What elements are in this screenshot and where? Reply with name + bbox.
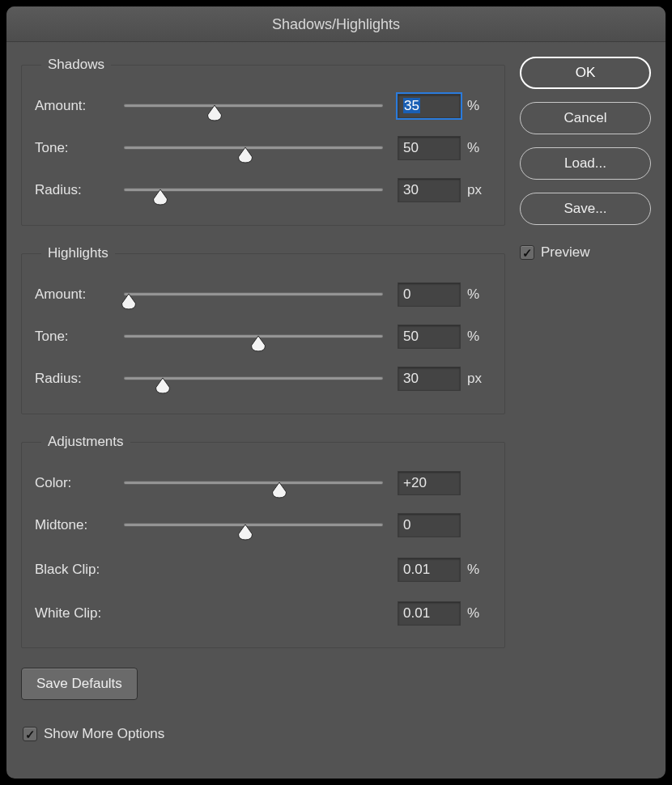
shadows-tone-input[interactable]: 50 bbox=[398, 136, 461, 160]
shadows-amount-label: Amount: bbox=[35, 98, 117, 114]
adjust-midtone-slider[interactable] bbox=[124, 521, 383, 542]
preview-row[interactable]: Preview bbox=[520, 244, 651, 261]
highlights-radius-row: Radius: 30 px bbox=[35, 362, 491, 396]
slider-track bbox=[124, 376, 383, 380]
shadows-amount-row: Amount: 35 % bbox=[35, 89, 491, 123]
adjust-midtone-row: Midtone: 0 bbox=[35, 508, 491, 542]
highlights-amount-label: Amount: bbox=[35, 286, 117, 303]
highlights-radius-input[interactable]: 30 bbox=[398, 367, 461, 391]
highlights-legend: Highlights bbox=[41, 245, 115, 261]
shadows-highlights-dialog: Shadows/Highlights Shadows Amount: 35 % bbox=[6, 6, 666, 779]
white-clip-label: White Clip: bbox=[35, 605, 181, 622]
shadows-amount-slider[interactable] bbox=[124, 102, 383, 123]
adjust-color-row: Color: +20 bbox=[35, 466, 491, 500]
highlights-amount-slider[interactable] bbox=[124, 291, 383, 312]
black-clip-label: Black Clip: bbox=[35, 562, 181, 578]
shadows-tone-label: Tone: bbox=[35, 140, 117, 156]
slider-thumb-icon bbox=[155, 377, 172, 394]
highlights-radius-slider[interactable] bbox=[124, 375, 383, 396]
shadows-amount-input[interactable]: 35 bbox=[398, 94, 461, 118]
dialog-content: Shadows Amount: 35 % Tone: bbox=[6, 42, 666, 779]
highlights-amount-row: Amount: 0 % bbox=[35, 278, 491, 312]
highlights-tone-label: Tone: bbox=[35, 329, 117, 345]
highlights-radius-unit: px bbox=[467, 371, 491, 387]
highlights-amount-unit: % bbox=[467, 286, 491, 303]
shadows-group: Shadows Amount: 35 % Tone: bbox=[21, 57, 505, 226]
load-button[interactable]: Load... bbox=[520, 147, 651, 180]
shadows-tone-unit: % bbox=[467, 140, 491, 156]
slider-thumb-icon bbox=[271, 482, 288, 499]
slider-track bbox=[124, 523, 383, 526]
adjust-color-input[interactable]: +20 bbox=[398, 471, 461, 495]
black-clip-input[interactable]: 0.01 bbox=[398, 558, 461, 582]
highlights-tone-input[interactable]: 50 bbox=[398, 325, 461, 349]
show-more-options-row[interactable]: Show More Options bbox=[21, 726, 505, 745]
adjust-color-label: Color: bbox=[35, 475, 117, 491]
shadows-legend: Shadows bbox=[41, 57, 111, 73]
adjustments-group: Adjustments Color: +20 Midtone: bbox=[21, 434, 505, 648]
black-clip-row: Black Clip: 0.01 % bbox=[35, 554, 491, 586]
slider-thumb-icon bbox=[206, 104, 223, 121]
white-clip-input[interactable]: 0.01 bbox=[398, 601, 461, 626]
shadows-radius-slider[interactable] bbox=[124, 186, 383, 207]
left-column: Shadows Amount: 35 % Tone: bbox=[21, 57, 505, 769]
show-more-label: Show More Options bbox=[44, 726, 164, 742]
slider-track bbox=[124, 146, 383, 149]
adjust-midtone-label: Midtone: bbox=[35, 517, 117, 533]
ok-button[interactable]: OK bbox=[520, 57, 651, 89]
highlights-amount-input[interactable]: 0 bbox=[398, 282, 461, 307]
highlights-tone-unit: % bbox=[467, 329, 491, 345]
slider-track bbox=[124, 292, 383, 295]
shadows-radius-label: Radius: bbox=[35, 182, 117, 198]
preview-label: Preview bbox=[541, 244, 589, 261]
slider-thumb-icon bbox=[151, 189, 168, 206]
slider-track bbox=[124, 334, 383, 337]
save-button[interactable]: Save... bbox=[520, 193, 651, 225]
highlights-group: Highlights Amount: 0 % Tone: bbox=[21, 245, 505, 414]
slider-thumb-icon bbox=[237, 146, 254, 163]
right-column: OK Cancel Load... Save... Preview bbox=[505, 57, 651, 769]
black-clip-unit: % bbox=[467, 562, 491, 578]
white-clip-row: White Clip: 0.01 % bbox=[35, 597, 491, 630]
white-clip-unit: % bbox=[467, 605, 491, 622]
highlights-tone-row: Tone: 50 % bbox=[35, 320, 491, 354]
slider-track bbox=[124, 188, 383, 191]
shadows-amount-unit: % bbox=[467, 98, 491, 114]
highlights-tone-slider[interactable] bbox=[124, 333, 383, 354]
adjust-color-slider[interactable] bbox=[124, 479, 383, 500]
shadows-tone-row: Tone: 50 % bbox=[35, 131, 491, 165]
shadows-tone-slider[interactable] bbox=[124, 144, 383, 165]
cancel-button[interactable]: Cancel bbox=[520, 102, 651, 134]
show-more-checkbox[interactable] bbox=[23, 727, 37, 741]
slider-thumb-icon bbox=[121, 293, 138, 310]
dialog-title: Shadows/Highlights bbox=[6, 6, 666, 42]
adjust-midtone-input[interactable]: 0 bbox=[398, 513, 461, 537]
adjustments-legend: Adjustments bbox=[41, 434, 130, 450]
preview-checkbox[interactable] bbox=[520, 245, 534, 260]
shadows-radius-unit: px bbox=[467, 182, 491, 198]
save-defaults-button[interactable]: Save Defaults bbox=[21, 668, 138, 700]
slider-track bbox=[124, 104, 383, 107]
shadows-radius-input[interactable]: 30 bbox=[398, 178, 461, 202]
shadows-radius-row: Radius: 30 px bbox=[35, 173, 491, 207]
highlights-radius-label: Radius: bbox=[35, 371, 117, 387]
slider-track bbox=[124, 481, 383, 484]
slider-thumb-icon bbox=[250, 335, 267, 352]
slider-thumb-icon bbox=[237, 524, 254, 541]
